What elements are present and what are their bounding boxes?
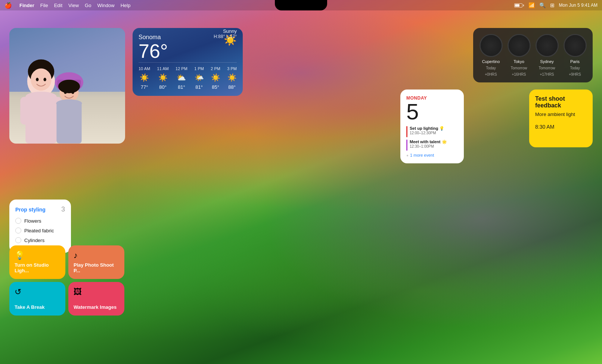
svg-line-26 [487, 52, 487, 53]
weather-condition: Sunny [214, 28, 237, 34]
svg-point-50 [518, 45, 520, 46]
svg-rect-6 [20, 97, 29, 125]
reminders-count: 3 [61, 205, 65, 213]
edit-menu[interactable]: Edit [54, 3, 62, 8]
forecast-time-2: 12 PM [176, 66, 187, 71]
photos-widget [9, 28, 125, 144]
shortcut-light-label: Turn on Studio Ligh... [15, 262, 60, 274]
clock-city-paris: Paris [570, 59, 580, 64]
reminder-checkbox-1[interactable] [15, 228, 21, 233]
help-menu[interactable]: Help [121, 3, 131, 8]
shortcut-studio-light[interactable]: 💡 Turn on Studio Ligh... [9, 245, 65, 279]
spotlight-icon[interactable]: 🔍 [539, 2, 546, 8]
svg-point-35 [510, 36, 528, 55]
view-menu[interactable]: View [68, 3, 79, 8]
reminder-text-0: Flowers [24, 218, 41, 224]
svg-line-23 [498, 50, 499, 50]
svg-line-83 [568, 46, 575, 48]
forecast-time-3: 1 PM [194, 66, 204, 71]
reminder-item-2: Cylinders [15, 237, 65, 243]
shortcut-music-icon: ♪ [74, 251, 119, 260]
event-title-1: Meet with talent 🌟 [410, 139, 447, 144]
svg-point-69 [566, 36, 584, 55]
svg-line-65 [547, 46, 550, 50]
shortcut-take-break[interactable]: ↺ Take A Break [9, 282, 65, 316]
reminder-checkbox-0[interactable] [15, 218, 21, 224]
svg-line-44 [511, 50, 512, 50]
svg-point-12 [58, 80, 80, 93]
svg-line-43 [515, 52, 515, 53]
shortcut-watermark[interactable]: 🖼 Watermark Images [68, 282, 124, 316]
svg-line-49 [512, 46, 519, 48]
forecast-item-0: 10 AM ☀️ 77° [139, 66, 150, 90]
svg-line-46 [511, 41, 512, 42]
window-menu[interactable]: Window [97, 3, 114, 8]
svg-line-81 [571, 38, 571, 39]
svg-line-48 [519, 46, 523, 49]
shortcut-light-icon: 💡 [15, 251, 60, 260]
svg-line-31 [486, 44, 491, 46]
svg-point-16 [56, 99, 82, 107]
forecast-temp-1: 80° [159, 84, 167, 90]
clock-sublabel-cupertino: +0HRS [485, 72, 497, 76]
forecast-item-2: 12 PM ⛅ 81° [176, 66, 187, 90]
svg-line-60 [543, 52, 543, 53]
svg-point-34 [509, 36, 529, 55]
forecast-temp-0: 77° [141, 84, 148, 90]
svg-point-67 [546, 45, 548, 46]
go-menu[interactable]: Go [85, 3, 91, 8]
event-content-1: Meet with talent 🌟 12:30–1:00PM [410, 139, 447, 151]
svg-line-24 [495, 52, 496, 53]
photo-image [9, 28, 125, 144]
person-short-figure [50, 65, 88, 144]
forecast-icon-5: ☀️ [227, 73, 237, 82]
wifi-icon: 📶 [528, 2, 535, 8]
menubar-datetime: Mon Jun 5 9:41 AM [559, 3, 598, 8]
svg-line-63 [539, 41, 540, 42]
svg-line-64 [543, 38, 543, 39]
clock-sublabel-paris: +9HRS [569, 72, 581, 76]
shortcut-music-label: Play Photo Shoot P... [74, 262, 119, 274]
svg-point-51 [537, 36, 557, 55]
menubar-left: 🍎 Finder File Edit View Go Window Help [4, 2, 130, 9]
calendar-date: 5 [406, 101, 458, 123]
clock-label-tokyo: Tomorrow [511, 66, 527, 70]
reminder-checkbox-2[interactable] [15, 237, 21, 243]
control-center-icon[interactable]: ⊞ [550, 2, 555, 8]
svg-point-52 [538, 36, 556, 55]
svg-line-32 [484, 46, 491, 48]
svg-line-21 [498, 41, 499, 42]
clock-face-sydney [536, 34, 559, 57]
forecast-time-4: 2 PM [211, 66, 220, 71]
svg-line-40 [526, 50, 527, 50]
calendar-widget: MONDAY 5 Set up lighting 💡 12:00–12:30PM… [400, 90, 464, 163]
shortcut-photo-shoot[interactable]: ♪ Play Photo Shoot P... [68, 245, 124, 279]
svg-point-33 [490, 45, 492, 46]
shortcut-break-icon: ↺ [15, 287, 60, 297]
clock-label-paris: Today [570, 66, 580, 70]
apple-menu[interactable]: 🍎 [4, 2, 12, 9]
svg-line-77 [571, 52, 571, 53]
finder-menu[interactable]: Finder [19, 3, 34, 8]
forecast-temp-3: 81° [195, 84, 203, 90]
svg-point-13 [64, 91, 66, 94]
svg-point-17 [481, 36, 501, 55]
clock-face-cupertino [480, 34, 503, 57]
file-menu[interactable]: File [40, 3, 48, 8]
svg-line-30 [487, 38, 487, 39]
shortcut-break-label: Take A Break [15, 304, 60, 310]
svg-point-68 [565, 36, 585, 55]
notes-widget: Test shoot feedback More ambient light 8… [529, 90, 593, 147]
calendar-more-events: ● 1 more event [406, 153, 458, 157]
shortcut-watermark-icon: 🖼 [74, 287, 119, 297]
forecast-item-1: 11 AM ☀️ 80° [157, 66, 169, 90]
camera-notch [275, 0, 327, 10]
svg-line-47 [515, 38, 515, 39]
svg-line-38 [526, 41, 527, 42]
svg-line-37 [523, 38, 524, 39]
svg-line-55 [554, 41, 555, 42]
reminder-item-0: Flowers [15, 218, 65, 224]
event-time-1: 12:30–1:00PM [410, 144, 447, 148]
svg-line-54 [551, 38, 552, 39]
clock-city-cupertino: Cupertino [482, 59, 500, 64]
